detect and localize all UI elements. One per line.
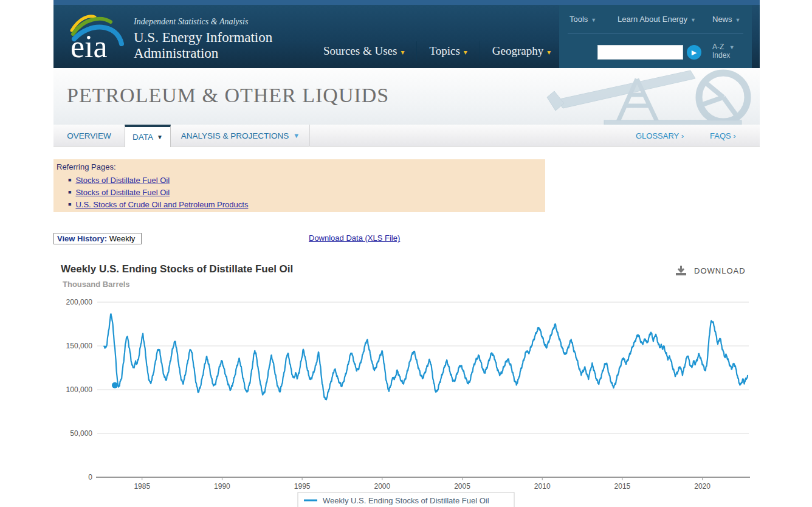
nav-sources-uses[interactable]: Sources & Uses▾	[315, 42, 413, 60]
site-header: eia Independent Statistics & Analysis U.…	[53, 5, 760, 68]
y-axis-label: 0	[88, 473, 92, 481]
brand-tagline: Independent Statistics & Analysis	[134, 17, 272, 27]
brand-name-line2: Administration	[134, 46, 272, 61]
x-axis-label: 2005	[454, 482, 470, 491]
brand-block: Independent Statistics & Analysis U.S. E…	[134, 17, 272, 62]
search-button[interactable]: ▶	[687, 45, 701, 60]
logo-text: eia	[71, 29, 108, 63]
x-axis-label: 2000	[374, 482, 390, 491]
download-icon	[675, 266, 687, 276]
brand-name-line1: U.S. Energy Information	[134, 30, 272, 46]
list-item: ■U.S. Stocks of Crude Oil and Petroleum …	[68, 200, 248, 212]
tools-panel: Tools▼ Learn About Energy▼ News▼ ▶ A-Z ▼…	[559, 5, 752, 68]
eia-logo[interactable]: eia	[66, 12, 132, 63]
chevron-down-icon: ▾	[401, 48, 404, 57]
pumpjack-image	[546, 68, 760, 125]
chart-units-label: Thousand Barrels	[63, 280, 130, 289]
referring-link-1[interactable]: Stocks of Distillate Fuel Oil	[75, 176, 170, 185]
chevron-down-icon: ▾	[464, 48, 467, 57]
tab-overview[interactable]: OVERVIEW	[53, 125, 125, 147]
bullet-icon: ■	[68, 189, 71, 195]
view-history-select[interactable]: View History: Weekly	[53, 233, 142, 244]
x-axis-label: 1995	[294, 482, 311, 491]
chevron-down-icon: ▼	[735, 17, 741, 23]
pumpjack-base	[604, 120, 741, 125]
page-title: PETROLEUM & OTHER LIQUIDS	[67, 84, 389, 107]
series-line	[104, 314, 748, 399]
view-history-label: View History:	[57, 234, 107, 243]
search-input[interactable]	[597, 45, 683, 60]
chevron-down-icon: ▼	[293, 132, 300, 139]
y-axis-label: 150,000	[66, 342, 93, 350]
chevron-down-icon: ▼	[690, 17, 696, 23]
nav-news[interactable]: News▼	[712, 15, 740, 24]
chevron-down-icon: ▾	[547, 48, 551, 57]
faqs-link[interactable]: FAQS ›	[710, 125, 736, 147]
nav-tools[interactable]: Tools▼	[569, 15, 596, 24]
az-index-link[interactable]: A-Z ▼ Index	[712, 43, 735, 60]
x-axis-label: 2020	[694, 482, 710, 491]
page: eia Independent Statistics & Analysis U.…	[0, 0, 812, 507]
y-axis-label: 50,000	[70, 429, 92, 438]
referring-pages-box: Referring Pages: ■Stocks of Distillate F…	[53, 159, 545, 212]
section-banner: PETROLEUM & OTHER LIQUIDS	[53, 68, 760, 125]
tab-strip: OVERVIEW DATA▼ ANALYSIS & PROJECTIONS▼ G…	[53, 125, 760, 147]
tools-row: Tools▼ Learn About Energy▼ News▼	[559, 5, 752, 33]
chart-download-label: DOWNLOAD	[694, 266, 746, 275]
referring-pages-title: Referring Pages:	[57, 162, 116, 171]
nav-topics[interactable]: Topics▾	[421, 42, 475, 60]
top-accent-bar	[53, 0, 760, 5]
tools-divider	[568, 33, 743, 34]
chevron-down-icon: ▼	[729, 44, 735, 50]
bullet-icon: ■	[68, 201, 71, 207]
chart-title: Weekly U.S. Ending Stocks of Distillate …	[61, 263, 293, 275]
nav-geography[interactable]: Geography▾	[484, 42, 559, 60]
pumpjack-horsehead	[547, 91, 564, 111]
x-axis-label: 1985	[134, 482, 150, 491]
x-axis-label: 1990	[214, 482, 230, 491]
nav-learn-about-energy[interactable]: Learn About Energy▼	[618, 15, 696, 24]
main-nav: Sources & Uses▾ Topics▾ Geography▾	[315, 41, 559, 61]
bullet-icon: ■	[68, 177, 71, 183]
tab-data[interactable]: DATA▼	[125, 125, 171, 147]
y-axis-label: 100,000	[66, 385, 93, 394]
tab-analysis-projections[interactable]: ANALYSIS & PROJECTIONS▼	[171, 125, 310, 147]
view-history-value: Weekly	[109, 234, 135, 243]
series-marker-dot	[112, 382, 118, 388]
glossary-link[interactable]: GLOSSARY ›	[636, 125, 684, 147]
content-wrap: eia Independent Statistics & Analysis U.…	[53, 0, 760, 507]
nav-divider	[480, 41, 480, 61]
referring-link-3[interactable]: U.S. Stocks of Crude Oil and Petroleum P…	[75, 200, 248, 209]
legend-label: Weekly U.S. Ending Stocks of Distillate …	[323, 496, 489, 505]
search-arrow-icon: ▶	[692, 49, 697, 56]
list-item: ■Stocks of Distillate Fuel Oil	[68, 176, 248, 188]
referring-pages-list: ■Stocks of Distillate Fuel Oil ■Stocks o…	[68, 176, 248, 212]
chevron-down-icon: ▼	[591, 17, 596, 23]
x-axis-label: 2015	[614, 482, 631, 491]
referring-link-2[interactable]: Stocks of Distillate Fuel Oil	[75, 188, 170, 197]
stocks-line-chart[interactable]: 050,000100,000150,000200,000198519901995…	[53, 295, 760, 507]
download-data-xls-link[interactable]: Download Data (XLS File)	[309, 233, 400, 243]
list-item: ■Stocks of Distillate Fuel Oil	[68, 188, 248, 200]
x-axis-label: 2010	[534, 482, 551, 491]
chart-download-button[interactable]: DOWNLOAD	[675, 266, 746, 276]
y-axis-label: 200,000	[66, 298, 93, 306]
chevron-down-icon: ▼	[157, 134, 163, 140]
nav-divider	[416, 41, 417, 61]
